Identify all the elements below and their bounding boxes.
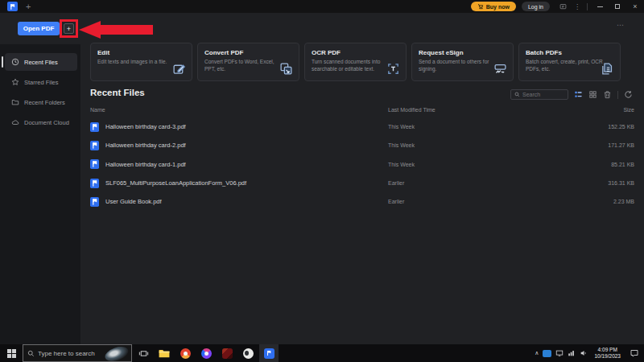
card-desc: Turn scanned documents into searchable o… — [312, 59, 389, 73]
toolbar-overflow-button[interactable]: ⋯ — [617, 21, 625, 29]
refresh-button[interactable] — [624, 90, 633, 99]
volume-tray-button[interactable] — [580, 349, 588, 357]
buy-now-button[interactable]: Buy now — [471, 2, 516, 11]
pdf-file-icon — [90, 141, 99, 150]
table-row[interactable]: SLF065_MultiPurposeLoanApplicationForm_V… — [90, 174, 634, 192]
titlebar-separator — [587, 3, 588, 10]
tray-time: 4:09 PM — [594, 347, 621, 353]
browser-icon — [180, 348, 191, 359]
open-pdf-button[interactable]: Open PDF — [18, 22, 60, 35]
batch-icon — [601, 62, 614, 76]
column-size[interactable]: Size — [623, 107, 634, 113]
pdf-file-icon — [90, 179, 99, 188]
toolbar-separator — [617, 91, 618, 99]
card-title: Request eSign — [419, 49, 506, 56]
buy-now-label: Buy now — [486, 4, 510, 10]
minimize-button[interactable] — [591, 0, 609, 13]
pdf-file-icon — [90, 122, 99, 132]
app-white-button[interactable] — [238, 344, 258, 362]
star-icon — [11, 78, 19, 86]
table-row[interactable]: User Guide Book.pdf Earlier 2.23 MB — [90, 192, 634, 211]
app-red-button[interactable] — [217, 344, 237, 362]
card-title: Batch PDFs — [526, 49, 613, 56]
card-convert-pdf[interactable]: Convert PDF Convert PDFs to Word, Excel,… — [197, 43, 299, 81]
grid-view-button[interactable] — [588, 90, 597, 99]
maximize-button[interactable] — [609, 0, 626, 13]
action-center-button[interactable] — [630, 348, 639, 358]
more-menu-button[interactable]: ⋮ — [574, 3, 580, 10]
quick-action-cards: Edit Edit texts and images in a file. Co… — [90, 43, 621, 81]
folder-icon — [11, 98, 19, 106]
sidebar-item-label: Recent Folders — [24, 99, 65, 106]
file-explorer-button[interactable] — [155, 344, 174, 362]
sidebar-item-recent-files[interactable]: Recent Files — [5, 53, 77, 71]
card-desc: Convert PDFs to Word, Excel, PPT, etc. — [204, 59, 282, 73]
red-app-icon — [222, 348, 233, 359]
file-name: Halloween birthday card-1.pdf — [105, 161, 186, 168]
task-view-button[interactable] — [134, 344, 153, 362]
pdfelement-taskbar-button[interactable] — [259, 344, 279, 362]
convert-icon — [279, 62, 293, 76]
card-desc: Edit texts and images in a file. — [97, 59, 175, 66]
windows-taskbar: ∧ 4:09 PM 10/19/2023 — [0, 344, 644, 362]
task-view-icon — [138, 348, 149, 359]
file-modified: Earlier — [388, 199, 404, 204]
table-row[interactable]: Halloween birthday card-3.pdf This Week … — [90, 117, 634, 136]
close-button[interactable]: × — [626, 0, 644, 13]
card-desc: Send a document to others for signing. — [419, 59, 496, 73]
tray-blue-app-icon[interactable] — [543, 350, 551, 357]
windows-logo-icon — [7, 349, 16, 358]
active-indicator — [2, 56, 3, 68]
card-edit[interactable]: Edit Edit texts and images in a file. — [90, 43, 192, 81]
browser-1-button[interactable] — [175, 344, 195, 362]
annotation-highlight-box — [60, 19, 78, 38]
white-app-icon — [243, 348, 254, 359]
screen: + Buy now Log in ⋮ × Open PDF + ⋯ — [0, 0, 644, 362]
system-tray: ∧ 4:09 PM 10/19/2023 — [535, 347, 644, 360]
search-icon — [514, 92, 520, 97]
grid-view-icon — [588, 90, 597, 99]
file-modified: This Week — [388, 124, 415, 130]
file-modified: This Week — [388, 142, 415, 148]
sidebar-item-recent-folders[interactable]: Recent Folders — [5, 93, 77, 111]
tray-expand-button[interactable]: ∧ — [535, 350, 539, 356]
new-tab-button[interactable]: + — [26, 2, 31, 10]
speaker-icon — [580, 349, 588, 357]
search-box[interactable] — [510, 89, 568, 100]
ocr-icon — [386, 62, 400, 76]
delete-button[interactable] — [603, 90, 612, 99]
list-toolbar — [510, 89, 633, 100]
column-last-modified[interactable]: Last Modified Time — [388, 107, 436, 113]
network-tray-button[interactable] — [568, 349, 576, 357]
table-row[interactable]: Halloween birthday card-1.pdf This Week … — [90, 155, 634, 174]
card-title: Convert PDF — [204, 49, 292, 56]
file-name: SLF065_MultiPurposeLoanApplicationForm_V… — [105, 179, 246, 187]
cart-icon — [477, 3, 484, 10]
taskbar-search-box[interactable] — [23, 344, 132, 362]
feedback-button[interactable] — [559, 3, 567, 10]
display-tray-button[interactable] — [555, 349, 564, 357]
start-button[interactable] — [0, 344, 23, 362]
recent-files-heading: Recent Files — [90, 88, 145, 97]
card-ocr-pdf[interactable]: OCR PDF Turn scanned documents into sear… — [304, 43, 407, 81]
card-request-esign[interactable]: Request eSign Send a document to others … — [411, 43, 514, 81]
file-modified: Earlier — [388, 180, 404, 186]
column-name[interactable]: Name — [90, 107, 105, 113]
log-in-button[interactable]: Log in — [522, 2, 550, 11]
esign-icon — [493, 62, 507, 76]
clock[interactable]: 4:09 PM 10/19/2023 — [594, 347, 621, 360]
sidebar-item-document-cloud[interactable]: Document Cloud — [5, 113, 77, 131]
file-size: 85.21 KB — [611, 162, 634, 167]
sidebar-item-starred-files[interactable]: Starred Files — [5, 73, 77, 91]
browser-2-button[interactable] — [196, 344, 216, 362]
card-batch-pdfs[interactable]: Batch PDFs Batch convert, create, print,… — [518, 43, 621, 81]
search-input[interactable] — [522, 92, 564, 97]
list-view-button[interactable] — [574, 90, 583, 99]
app-tab[interactable] — [7, 2, 18, 11]
sidebar-item-label: Starred Files — [24, 79, 59, 86]
file-name: Halloween birthday card-3.pdf — [105, 123, 186, 130]
refresh-icon — [624, 90, 633, 99]
clock-icon — [11, 58, 19, 66]
table-row[interactable]: Halloween birthday card-2.pdf This Week … — [90, 136, 634, 154]
file-name: Halloween birthday card-2.pdf — [105, 142, 186, 149]
